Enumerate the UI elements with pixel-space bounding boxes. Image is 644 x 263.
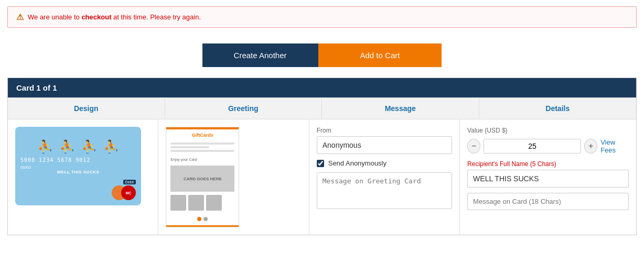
greeting-column-header: Greeting (165, 98, 323, 119)
debit-badge: Debit (123, 180, 136, 184)
greeting-footer-line (166, 225, 239, 227)
dot-1 (197, 217, 201, 221)
decrement-button[interactable]: − (467, 139, 480, 154)
gift-card-image: ⛹ ⛹ ⛹ ⛹ 5000 1234 5678 9012 00/00 Debit … (15, 127, 141, 205)
send-anonymously-checkbox[interactable] (317, 160, 324, 167)
greeting-dots (166, 214, 239, 224)
card-header: Card 1 of 1 (8, 78, 636, 97)
card-text-on-card: WELL THIS SUCKS (20, 170, 136, 174)
recipient-label: Recipient's Full Name (5 Chars) (467, 160, 629, 168)
value-input[interactable] (484, 139, 581, 154)
recipient-input[interactable] (467, 170, 629, 188)
card-container: Card 1 of 1 Design Greeting Message Deta… (7, 78, 637, 235)
card-figures: ⛹ ⛹ ⛹ ⛹ (20, 139, 136, 154)
greeting-card-preview: GiftCards Enjoy your Card CARD GOES HERE (166, 127, 239, 227)
from-label: From (317, 127, 452, 134)
increment-button[interactable]: + (584, 139, 597, 154)
error-icon: ⚠ (16, 12, 24, 22)
card-goes-here-area: CARD GOES HERE (170, 166, 234, 192)
create-another-button[interactable]: Create Another (202, 43, 318, 67)
small-img-3 (206, 195, 222, 211)
message-on-card-input[interactable] (467, 193, 629, 210)
figure-2: ⛹ (59, 139, 75, 154)
greeting-line-1 (170, 143, 234, 145)
greeting-lines (166, 139, 239, 156)
greeting-line-2 (170, 146, 209, 148)
design-column-body: ⛹ ⛹ ⛹ ⛹ 5000 1234 5678 9012 00/00 Debit … (8, 119, 158, 235)
dot-2 (203, 217, 208, 221)
column-headers: Design Greeting Message Details (8, 97, 636, 119)
columns-body-row: ⛹ ⛹ ⛹ ⛹ 5000 1234 5678 9012 00/00 Debit … (8, 119, 636, 235)
figure-3: ⛹ (81, 139, 97, 154)
view-fees-link[interactable]: View Fees (600, 138, 629, 154)
mastercard-red-logo: MC (121, 185, 136, 200)
value-label: Value (USD $) (467, 127, 629, 134)
greeting-brand-logo: GiftCards (166, 129, 239, 139)
figure-1: ⛹ (37, 139, 53, 154)
design-column-header: Design (8, 98, 165, 119)
error-banner: ⚠ We are unable to checkout at this time… (7, 6, 637, 28)
card-number: 5000 1234 5678 9012 (20, 157, 136, 163)
details-column-header: Details (479, 98, 637, 119)
details-column-body: Value (USD $) − + View Fees Recipient's … (460, 119, 636, 235)
greeting-column-body: GiftCards Enjoy your Card CARD GOES HERE (158, 119, 309, 235)
greeting-small-images (166, 195, 239, 214)
message-column-body: From Send Anonymously (309, 119, 460, 235)
enjoy-text: Enjoy your Card (166, 156, 239, 162)
from-input[interactable] (317, 136, 452, 154)
send-anonymously-row: Send Anonymously (317, 159, 452, 167)
add-to-cart-button[interactable]: Add to Cart (318, 43, 442, 67)
figure-4: ⛹ (103, 139, 119, 154)
message-textarea[interactable] (317, 172, 452, 209)
small-img-2 (188, 195, 204, 211)
greeting-line-3 (170, 150, 234, 152)
send-anonymously-label: Send Anonymously (328, 159, 387, 167)
card-expiry: 00/00 (20, 165, 31, 170)
small-img-1 (170, 195, 186, 211)
error-text: We are unable to checkout at this time. … (28, 13, 201, 21)
value-stepper: − + View Fees (467, 138, 629, 154)
message-column-header: Message (322, 98, 479, 119)
action-buttons-row: Create Another Add to Cart (0, 34, 644, 78)
